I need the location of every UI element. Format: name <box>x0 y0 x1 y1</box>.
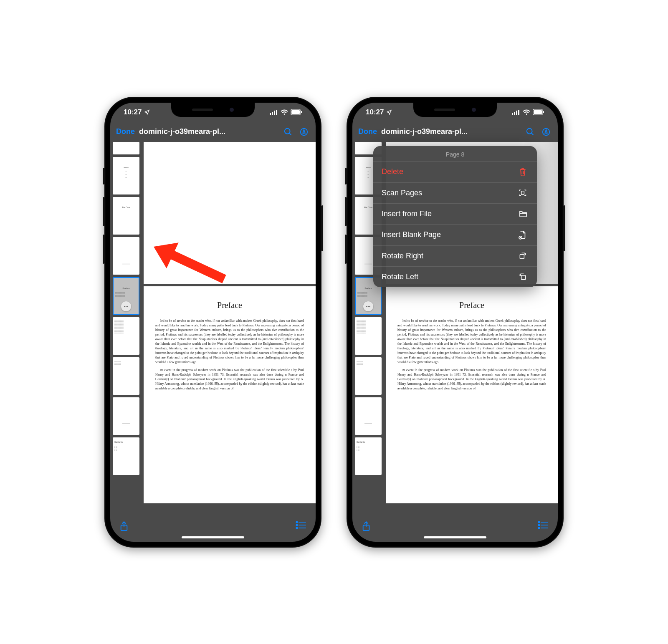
pdf-page[interactable]: Preface led to be of service to the read… <box>386 286 558 503</box>
share-icon <box>119 521 129 532</box>
share-button[interactable] <box>119 521 129 532</box>
svg-rect-21 <box>518 110 519 115</box>
menu-item-label: Scan Pages <box>382 189 422 197</box>
thumbnail-page[interactable]: ━━━━━━━━━━━━━━━━━━━━━━━━ <box>113 357 139 395</box>
markup-button[interactable] <box>540 127 552 136</box>
page-view[interactable]: Preface led to be of service to the read… <box>142 142 316 518</box>
svg-rect-3 <box>276 110 277 115</box>
phone-left: 10:27 Done dominic-j-o39meara-pl... ~~~ <box>104 97 321 548</box>
done-button[interactable]: Done <box>358 127 377 136</box>
list-icon <box>296 521 306 529</box>
menu-rotate-left[interactable]: Rotate Left <box>373 266 537 287</box>
svg-point-39 <box>539 524 540 525</box>
svg-point-25 <box>527 128 532 134</box>
thumbnail-more-button[interactable]: ●●● <box>121 301 131 311</box>
done-button[interactable]: Done <box>116 127 135 136</box>
thumbnail-page[interactable] <box>113 142 139 154</box>
thumbnail-sidebar[interactable]: ~~~~--------------- For Cara ———————————… <box>110 142 142 518</box>
menu-rotate-right[interactable]: Rotate Right <box>373 245 537 266</box>
list-button[interactable] <box>538 521 549 529</box>
nav-bar: Done dominic-j-o39meara-pl... <box>110 122 316 142</box>
svg-rect-34 <box>520 255 524 259</box>
search-icon <box>283 127 293 136</box>
phone-right: 10:27 Done dominic-j-o39meara-pl... ~~~ <box>347 97 564 548</box>
location-icon <box>386 109 392 115</box>
svg-point-16 <box>296 527 298 528</box>
page-paragraph: led to be of service to the reader who, … <box>397 318 546 364</box>
svg-rect-24 <box>543 111 544 113</box>
document-title: dominic-j-o39meara-pl... <box>139 127 278 136</box>
svg-rect-6 <box>301 111 302 113</box>
pdf-page[interactable]: Preface led to be of service to the read… <box>144 286 316 503</box>
status-time: 10:27 <box>366 108 384 116</box>
list-button[interactable] <box>296 521 306 529</box>
page-heading: Preface <box>397 303 546 308</box>
menu-item-label: Delete <box>382 167 403 176</box>
menu-item-label: Insert from File <box>382 210 432 218</box>
svg-rect-5 <box>291 110 300 114</box>
thumbnail-page[interactable]: Contents━ ━━━ ━━━ ━━━ ━━ <box>113 437 139 475</box>
menu-item-label: Insert Blank Page <box>382 230 441 239</box>
svg-point-41 <box>539 527 540 528</box>
rotate-right-icon <box>519 252 529 260</box>
nav-bar: Done dominic-j-o39meara-pl... <box>352 122 558 142</box>
svg-rect-1 <box>272 112 273 115</box>
list-icon <box>538 521 549 529</box>
thumbnail-page[interactable]: Contents━ ━━━ ━━━ ━━━ ━━ <box>355 437 382 475</box>
menu-item-label: Rotate Left <box>382 273 418 281</box>
svg-rect-35 <box>521 275 526 280</box>
page-paragraph: nt event in the progress of modern work … <box>397 368 546 391</box>
markup-button[interactable] <box>298 127 310 136</box>
svg-rect-23 <box>534 110 542 114</box>
thumbnail-page[interactable]: ———————————— <box>113 397 139 435</box>
page-context-menu: Page 8 Delete Scan Pages Insert from Fil… <box>373 146 537 287</box>
thumbnail-page[interactable]: ~~~~--------------- <box>113 157 139 194</box>
cell-signal-icon <box>512 110 520 115</box>
thumbnail-page[interactable]: For Cara <box>113 197 139 235</box>
svg-rect-18 <box>512 113 513 115</box>
svg-rect-29 <box>521 191 524 194</box>
menu-delete[interactable]: Delete <box>373 161 537 182</box>
thumbnail-page[interactable]: ━━━━━━━━━━━━━━━━━━━━━━━━━━━━━━━━━━━━━━━━… <box>355 317 382 355</box>
scan-icon <box>519 189 529 197</box>
document-title: dominic-j-o39meara-pl... <box>381 127 520 136</box>
thumbnail-page[interactable]: ———————————— <box>355 397 382 435</box>
wifi-icon <box>281 109 288 115</box>
menu-item-label: Rotate Right <box>382 252 423 260</box>
trash-icon <box>519 167 529 177</box>
search-button[interactable] <box>282 127 294 136</box>
svg-line-26 <box>531 133 534 135</box>
search-button[interactable] <box>524 127 536 136</box>
battery-icon <box>291 109 302 115</box>
home-indicator[interactable] <box>424 536 486 538</box>
menu-scan-pages[interactable]: Scan Pages <box>373 182 537 203</box>
pdf-page[interactable] <box>144 142 316 284</box>
svg-point-14 <box>296 524 298 525</box>
svg-point-7 <box>285 128 290 134</box>
menu-insert-from-file[interactable]: Insert from File <box>373 203 537 224</box>
wifi-icon <box>523 109 530 115</box>
menu-insert-blank-page[interactable]: Insert Blank Page <box>373 224 537 245</box>
page-paragraph: nt event in the progress of modern work … <box>155 368 304 391</box>
rotate-left-icon <box>519 273 529 281</box>
markup-icon <box>299 127 309 136</box>
share-button[interactable] <box>362 521 371 532</box>
home-indicator[interactable] <box>182 536 244 538</box>
location-icon <box>144 109 150 115</box>
thumbnail-page[interactable]: ━━━━━━━━━━━━━━━━━━━━━━━━━━━━━━━━━━━━━━━━… <box>113 317 139 355</box>
thumbnail-page[interactable]: ━━━━━━━━━━━━━━━━━━━━━━━━ <box>355 357 382 395</box>
thumbnail-more-button[interactable]: ●●● <box>363 301 373 311</box>
cell-signal-icon <box>270 110 278 115</box>
svg-point-12 <box>296 521 298 523</box>
battery-icon <box>533 109 544 115</box>
page-paragraph: led to be of service to the reader who, … <box>155 318 304 364</box>
thumbnail-page[interactable]: ———————————— <box>113 237 139 275</box>
svg-point-37 <box>539 521 540 523</box>
svg-rect-2 <box>274 111 275 115</box>
folder-icon <box>519 210 529 217</box>
thumbnail-page-selected[interactable]: Preface ━━━━━━━━━━━━━━━━━━━━━━━━━━━━━━━━… <box>113 277 139 315</box>
page-heading: Preface <box>155 303 304 308</box>
svg-rect-20 <box>516 111 517 115</box>
menu-header: Page 8 <box>373 146 537 161</box>
svg-line-8 <box>289 133 291 135</box>
